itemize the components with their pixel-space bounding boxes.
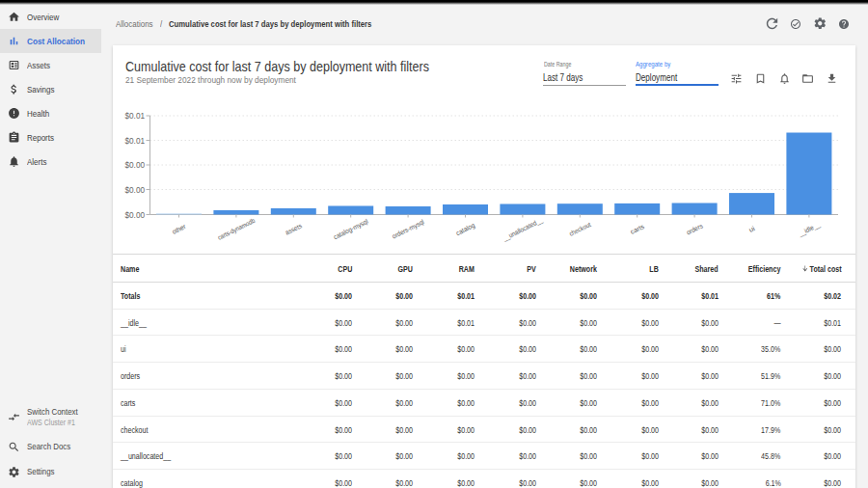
- svg-text:$0.01: $0.01: [125, 136, 146, 146]
- svg-text:$0.00: $0.00: [125, 160, 146, 170]
- svg-text:assets: assets: [285, 222, 304, 235]
- svg-text:checkout: checkout: [568, 221, 592, 237]
- svg-text:orders-mysql: orders-mysql: [391, 218, 425, 240]
- svg-text:catalog-mysql: catalog-mysql: [333, 217, 370, 241]
- svg-text:$0.01: $0.01: [125, 111, 146, 121]
- svg-text:carts: carts: [629, 223, 645, 235]
- svg-text:$0.00: $0.00: [125, 210, 146, 220]
- svg-text:$0.00: $0.00: [125, 185, 146, 195]
- svg-text:__idle__: __idle__: [797, 221, 822, 238]
- svg-text:other: other: [171, 223, 187, 235]
- svg-text:ui: ui: [747, 225, 756, 233]
- svg-text:__unallocated__: __unallocated__: [501, 216, 544, 243]
- svg-text:carts-dynamodb: carts-dynamodb: [217, 217, 257, 242]
- svg-text:orders: orders: [685, 222, 704, 235]
- svg-text:catalog: catalog: [455, 222, 476, 238]
